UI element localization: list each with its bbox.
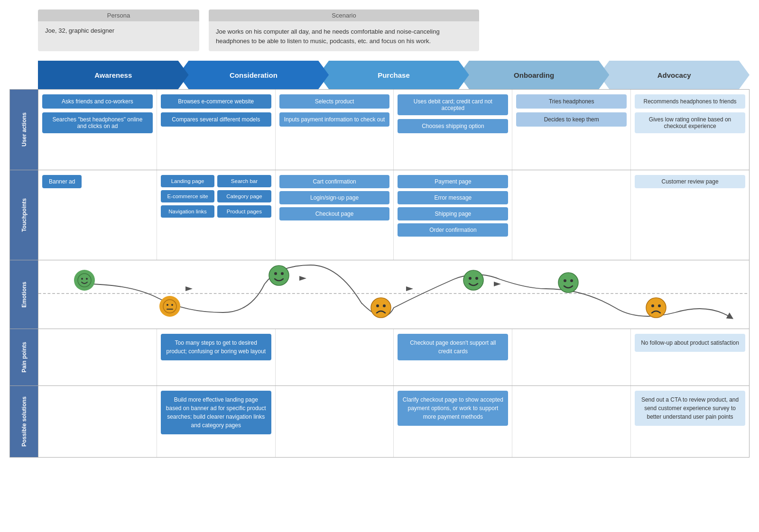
ua-col-purchase: Selects product Inputs payment informati… — [276, 90, 394, 170]
card-landing-page: Landing page — [161, 175, 214, 187]
card-shipping-page: Shipping page — [398, 207, 508, 220]
svg-point-15 — [383, 304, 386, 307]
pain-points-label: Pain points — [10, 329, 38, 385]
touchpoints-row: Touchpoints Banner ad Landing page Searc… — [10, 170, 749, 260]
solutions-label: Possible solutions — [10, 386, 38, 457]
svg-point-1 — [78, 274, 91, 287]
svg-point-3 — [86, 278, 88, 280]
card-login-page: Login/sign-up page — [279, 191, 390, 204]
svg-point-11 — [281, 272, 284, 275]
tp-col-onboarding-purchase: Payment page Error message Shipping page… — [394, 170, 512, 260]
card-inputs-payment: Inputs payment information to check out — [279, 112, 390, 127]
tp-col-consideration: Landing page Search bar E-commerce site … — [157, 170, 276, 260]
emotion-arrow-4 — [494, 279, 503, 291]
svg-point-14 — [376, 304, 379, 307]
card-nav-links: Navigation links — [161, 205, 214, 218]
card-selects-product: Selects product — [279, 94, 390, 109]
tp-col-advocacy: Customer review page — [631, 170, 749, 260]
svg-point-10 — [274, 272, 277, 275]
card-tries-headphones: Tries headphones — [516, 94, 627, 109]
ua-col-onboarding: Tries headphones Decides to keep them — [512, 90, 631, 170]
scenario-box: Scenario Joe works on his computer all d… — [209, 9, 479, 51]
phase-advocacy: Advocacy — [599, 61, 750, 89]
card-error-message: Error message — [398, 191, 508, 204]
card-ecommerce-site: E-commerce site — [161, 190, 214, 202]
pp-col-onboarding — [512, 329, 631, 385]
svg-marker-20 — [494, 282, 501, 286]
card-browses: Browses e-commerce website — [161, 94, 271, 109]
ua-col-advocacy: Recommends headphones to friends Gives l… — [631, 90, 749, 170]
persona-box: Persona Joe, 32, graphic designer — [38, 9, 199, 51]
emotion-arrow-3 — [406, 284, 416, 295]
svg-point-26 — [658, 304, 661, 307]
card-search-bar: Search bar — [217, 175, 271, 187]
ua-col-awareness: Asks friends and co-workers Searches "be… — [38, 90, 157, 170]
card-order-confirm: Order confirmation — [398, 223, 508, 237]
pp-col-consideration: Too many steps to get to desired product… — [157, 329, 276, 385]
svg-point-19 — [475, 277, 478, 280]
card-asks-friends: Asks friends and co-workers — [42, 94, 153, 109]
card-too-many-steps: Too many steps to get to desired product… — [161, 334, 271, 360]
main-grid: User actions Asks friends and co-workers… — [9, 89, 750, 458]
sol-col-onboarding-purchase: Clarify checkout page to show accepted p… — [394, 386, 512, 457]
user-actions-row: User actions Asks friends and co-workers… — [10, 90, 749, 170]
emotion-face-2 — [268, 265, 289, 286]
card-checkout-page: Checkout page — [279, 207, 390, 220]
svg-marker-16 — [406, 286, 413, 291]
emotions-label: Emotions — [10, 260, 38, 329]
svg-point-9 — [269, 266, 289, 285]
svg-point-2 — [81, 278, 83, 280]
card-send-cta: Send out a CTA to review product, and se… — [635, 391, 745, 426]
emotion-arrow-1 — [185, 284, 195, 295]
card-customer-review-page: Customer review page — [635, 175, 745, 188]
card-build-landing: Build more effective landing page based … — [161, 391, 271, 434]
persona-content: Joe, 32, graphic designer — [38, 21, 199, 40]
card-clarify-checkout: Clarify checkout page to show accepted p… — [398, 391, 508, 426]
card-chooses-shipping: Chooses shipping option — [398, 119, 508, 133]
sol-col-advocacy: Send out a CTA to review product, and se… — [631, 386, 749, 457]
card-cart-confirm: Cart confirmation — [279, 175, 390, 188]
svg-point-4 — [163, 300, 176, 313]
card-no-follow-up: No follow-up about product satisfaction — [635, 334, 745, 352]
tp-col-purchase: Cart confirmation Login/sign-up page Che… — [276, 170, 394, 260]
card-low-rating: Gives low rating online based on checkou… — [635, 112, 745, 133]
svg-point-18 — [469, 277, 472, 280]
sol-col-onboarding — [512, 386, 631, 457]
emotions-svg — [38, 260, 749, 327]
svg-point-5 — [167, 304, 168, 306]
svg-point-22 — [564, 279, 566, 282]
card-payment-page: Payment page — [398, 175, 508, 188]
svg-point-17 — [463, 270, 483, 290]
scenario-header: Scenario — [209, 9, 479, 21]
card-product-pages: Product pages — [217, 205, 271, 218]
card-banner-ad: Banner ad — [42, 175, 82, 188]
pp-col-awareness — [38, 329, 157, 385]
tp-col-awareness: Banner ad — [38, 170, 157, 260]
pp-col-purchase — [276, 329, 394, 385]
phase-purchase: Purchase — [318, 61, 469, 89]
svg-point-23 — [570, 279, 573, 282]
ua-col-consideration: Browses e-commerce website Compares seve… — [157, 90, 276, 170]
emotion-face-5b — [646, 297, 666, 318]
phase-awareness: Awareness — [38, 61, 189, 89]
pp-col-onboarding-purchase: Checkout page doesn't support all credit… — [394, 329, 512, 385]
sol-col-awareness — [38, 386, 157, 457]
svg-point-6 — [171, 304, 173, 306]
ua-col-onboarding-purchase: Uses debit card; credit card not accepte… — [394, 90, 512, 170]
svg-marker-12 — [299, 276, 306, 281]
emotion-arrow-2 — [299, 274, 309, 285]
emotions-row: Emotions — [10, 260, 749, 329]
touchpoints-label: Touchpoints — [10, 170, 38, 260]
solutions-row: Possible solutions Build more effective … — [10, 386, 749, 457]
pp-col-advocacy: No follow-up about product satisfaction — [631, 329, 749, 385]
phase-onboarding: Onboarding — [459, 61, 610, 89]
sol-col-consideration: Build more effective landing page based … — [157, 386, 276, 457]
emotion-face-3 — [370, 297, 391, 318]
pain-points-row: Pain points Too many steps to get to des… — [10, 329, 749, 386]
sol-col-purchase — [276, 386, 394, 457]
card-searches: Searches "best headphones" online and cl… — [42, 112, 153, 133]
phase-consideration: Consideration — [178, 61, 329, 89]
emotion-face-1 — [159, 296, 180, 317]
card-recommends: Recommends headphones to friends — [635, 94, 745, 109]
svg-point-24 — [646, 298, 666, 318]
